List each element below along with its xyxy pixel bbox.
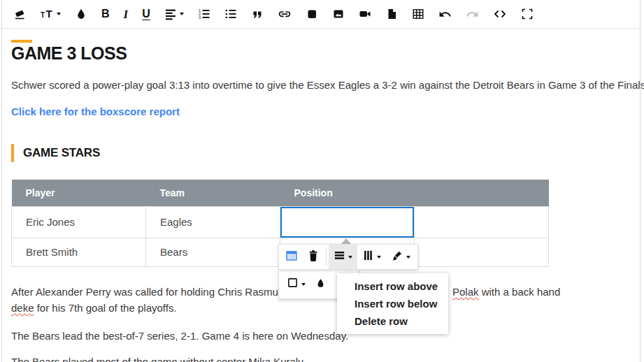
misspelled-word: Polak (452, 286, 479, 298)
paintbrush-icon (391, 249, 403, 265)
table-grid-icon (412, 8, 424, 20)
underline-button[interactable]: U (135, 0, 157, 28)
column-header-team: Team (146, 180, 280, 206)
table-header-row: Player Team Position (12, 180, 549, 206)
clear-formatting-button[interactable] (6, 0, 33, 28)
video-camera-icon (359, 8, 371, 20)
paragraph-2-line-2: deke for his 7th goal of the playoffs. (11, 301, 177, 315)
italic-button[interactable]: I (117, 0, 136, 28)
underline-icon: U (142, 8, 150, 20)
undo-button[interactable] (431, 0, 459, 28)
insert-table-button[interactable] (405, 0, 431, 28)
lead-paragraph: Schwer scored a power-play goal 3:13 int… (11, 78, 644, 92)
trash-icon (308, 249, 319, 265)
text-size-icon: TT (40, 8, 54, 20)
image-icon (332, 8, 345, 20)
paragraph-2-fragment-2: Polak with a back hand (452, 285, 560, 299)
popup-arrow (341, 238, 351, 244)
table-row: Eric Jones Eagles (12, 206, 549, 238)
redo-button[interactable] (459, 0, 486, 28)
menu-item-insert-row-above[interactable]: Insert row above (337, 277, 448, 295)
page-title: GAME 3 LOSS (11, 43, 127, 64)
cell-blank-1[interactable] (415, 206, 549, 238)
chevron-down-icon (406, 256, 410, 259)
column-header-player: Player (12, 180, 146, 206)
insert-file-button[interactable] (378, 0, 405, 28)
insert-shape-button[interactable] (299, 0, 325, 28)
row-options-button[interactable] (329, 245, 357, 269)
chevron-down-icon (377, 256, 381, 259)
cell-style-button[interactable] (386, 245, 415, 269)
editor-toolbar: TT B I U 123 (2, 0, 640, 29)
paragraph-2-text: After Alexander Perry was called for hol… (11, 286, 301, 298)
chevron-down-icon (301, 283, 306, 286)
menu-item-insert-row-below[interactable]: Insert row below (337, 295, 448, 312)
unordered-list-icon (224, 8, 237, 20)
link-icon (278, 8, 292, 20)
delete-table-button[interactable] (303, 245, 324, 269)
bold-icon: B (101, 8, 110, 20)
cell-team-1[interactable]: Eagles (146, 206, 280, 238)
cell-team-2[interactable]: Bears (146, 238, 280, 266)
align-icon (164, 8, 177, 20)
ordered-list-button[interactable]: 123 (191, 0, 217, 28)
row-options-menu: Insert row above Insert row below Delete… (337, 273, 448, 334)
svg-text:T: T (41, 11, 45, 19)
file-icon (385, 8, 398, 20)
boxscore-link[interactable]: Click here for the boxscore report (11, 105, 180, 119)
filled-square-icon (306, 8, 318, 20)
paragraph-2-text: with a back hand (479, 286, 561, 298)
align-button[interactable] (157, 0, 191, 28)
column-options-button[interactable] (357, 245, 386, 269)
column-header-position: Position (280, 180, 415, 206)
chevron-down-icon (180, 13, 184, 15)
unordered-list-button[interactable] (217, 0, 244, 28)
square-outline-icon (287, 277, 299, 291)
eraser-icon (13, 8, 26, 20)
svg-text:3: 3 (199, 15, 201, 20)
table-select-icon (285, 249, 298, 265)
undo-icon (438, 8, 452, 21)
paragraph-4: The Bears played most of the game withou… (11, 355, 303, 362)
cell-fill-button[interactable] (310, 270, 331, 298)
insert-video-button[interactable] (352, 0, 378, 28)
paragraph-2-text: for his 7th goal of the playoffs. (34, 302, 177, 314)
font-size-button[interactable]: TT (33, 0, 68, 28)
bold-button[interactable]: B (94, 0, 117, 28)
columns-icon (362, 249, 374, 264)
cell-border-button[interactable] (282, 270, 310, 298)
fullscreen-button[interactable] (514, 0, 541, 28)
menu-item-delete-row[interactable]: Delete row (337, 312, 448, 330)
chevron-down-icon (348, 256, 352, 259)
fill-droplet-icon (315, 277, 326, 291)
paragraph-3: The Bears lead the best-of-7 series, 2-1… (11, 329, 348, 343)
cell-player-2[interactable]: Brett Smith (12, 238, 146, 266)
section-title: GAME STARS (23, 146, 100, 160)
ordered-list-icon: 123 (198, 8, 210, 20)
paragraph-2-line-1: After Alexander Perry was called for hol… (11, 285, 301, 299)
insert-image-button[interactable] (325, 0, 352, 28)
blockquote-button[interactable] (244, 0, 271, 28)
misspelled-word: deke (11, 302, 34, 314)
fullscreen-icon (521, 8, 534, 20)
selected-cell[interactable] (280, 206, 415, 238)
svg-text:T: T (46, 8, 52, 20)
column-header-blank (415, 180, 549, 206)
text-color-button[interactable] (68, 0, 94, 28)
link-button[interactable] (271, 0, 299, 28)
cell-blank-2[interactable] (415, 238, 549, 266)
quote-icon (251, 8, 264, 20)
popup-separator (326, 248, 327, 266)
table-popup-toolbar (278, 244, 418, 270)
chevron-down-icon (57, 13, 61, 15)
cell-player-1[interactable]: Eric Jones (12, 206, 146, 238)
html-code-button[interactable] (486, 0, 514, 28)
rows-icon (334, 249, 345, 264)
redo-icon (466, 8, 479, 21)
droplet-icon (75, 8, 87, 20)
code-icon (493, 8, 507, 20)
title-accent-bar (11, 40, 32, 43)
italic-icon: I (124, 8, 129, 20)
select-table-button[interactable] (280, 245, 303, 269)
section-heading: GAME STARS (11, 144, 100, 162)
